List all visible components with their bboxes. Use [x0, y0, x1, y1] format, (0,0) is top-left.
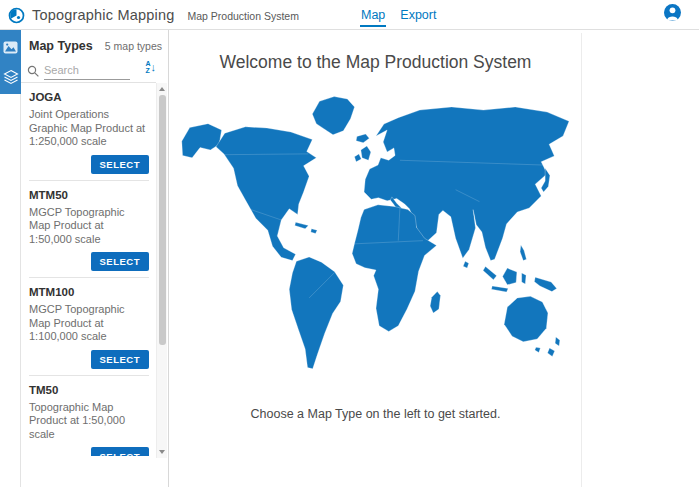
map-type-list[interactable]: JOGA Joint Operations Graphic Map Produc…	[21, 83, 155, 456]
new-zealand-north	[555, 337, 560, 346]
australia	[504, 296, 548, 341]
map-type-name: MTM50	[29, 181, 149, 201]
borneo	[502, 268, 516, 285]
ireland	[354, 154, 361, 162]
sort-arrow: ↓	[151, 62, 157, 73]
panel-header: Map Types 5 map types	[29, 39, 162, 53]
app-window: Topographic Mapping Map Production Syste…	[0, 0, 699, 487]
scroll-down-arrow-icon[interactable]	[157, 447, 167, 457]
instruction-text: Choose a Map Type on the left to get sta…	[170, 407, 581, 421]
welcome-title: Welcome to the Map Production System	[170, 52, 581, 73]
select-map-type-button[interactable]: SELECT	[91, 155, 149, 174]
main-panel: Welcome to the Map Production System	[170, 30, 699, 487]
iceland	[356, 134, 369, 143]
map-type-description: Topographic Map Product at 1:50,000 scal…	[29, 401, 149, 442]
hispaniola	[310, 229, 316, 234]
alaska	[181, 124, 221, 158]
new-guinea	[534, 277, 556, 291]
tasmania	[534, 347, 540, 352]
map-type-name: TM50	[29, 376, 149, 396]
scroll-up-arrow-icon[interactable]	[157, 84, 167, 94]
south-america	[289, 257, 343, 369]
map-type-list-item: TM50 Topographic Map Product at 1:50,000…	[21, 376, 155, 457]
tab-export[interactable]: Export	[399, 3, 437, 27]
greenland	[312, 97, 354, 135]
map-type-name: JOGA	[29, 83, 149, 103]
map-type-list-item: MTM50 MGCP Topographic Map Product at 1:…	[21, 181, 155, 279]
united-kingdom	[360, 146, 370, 160]
search-input[interactable]	[44, 62, 130, 80]
java	[491, 286, 508, 292]
app-header: Topographic Mapping Map Production Syste…	[0, 0, 699, 30]
tab-map[interactable]: Map	[360, 3, 386, 27]
map-type-name: MTM100	[29, 278, 149, 298]
map-type-description: MGCP Topographic Map Product at 1:100,00…	[29, 303, 149, 344]
select-map-type-button[interactable]: SELECT	[91, 252, 149, 271]
map-widget-icon[interactable]	[0, 33, 21, 61]
map-type-count: 5 map types	[105, 40, 162, 52]
select-map-type-button[interactable]: SELECT	[91, 447, 149, 456]
select-map-type-button[interactable]: SELECT	[91, 350, 149, 369]
brand: Topographic Mapping Map Production Syste…	[8, 0, 299, 30]
sort-az-icon[interactable]: A Z ↓	[145, 60, 156, 74]
map-type-description: Joint Operations Graphic Map Product at …	[29, 108, 149, 149]
cuba	[294, 222, 308, 228]
search-row	[27, 61, 139, 81]
sri-lanka	[463, 261, 469, 268]
world-map	[177, 90, 575, 377]
new-zealand-south	[547, 348, 554, 356]
app-subtitle: Map Production System	[187, 8, 298, 22]
main-panel-divider	[581, 33, 582, 487]
app-title: Topographic Mapping	[32, 7, 174, 23]
panel-title: Map Types	[29, 39, 93, 53]
north-america	[216, 127, 316, 261]
globe-logo-icon	[8, 7, 25, 24]
sulawesi	[521, 273, 525, 284]
scrollbar-thumb[interactable]	[159, 95, 166, 345]
welcome-area: Welcome to the Map Production System	[170, 30, 581, 487]
sumatra	[483, 267, 497, 280]
layers-icon[interactable]	[0, 63, 21, 91]
map-types-panel: Map Types 5 map types A Z ↓ JOGA Joint O…	[21, 30, 169, 487]
map-type-description: MGCP Topographic Map Product at 1:50,000…	[29, 206, 149, 247]
map-type-list-item: JOGA Joint Operations Graphic Map Produc…	[21, 83, 155, 181]
account-icon[interactable]	[664, 4, 681, 21]
search-icon	[27, 65, 40, 78]
widget-strip	[0, 30, 21, 487]
philippines	[520, 245, 526, 261]
sidebar-scrollbar[interactable]	[156, 83, 167, 458]
map-type-list-item: MTM100 MGCP Topographic Map Product at 1…	[21, 278, 155, 376]
madagascar	[430, 292, 440, 313]
header-tabs: Map Export	[360, 0, 437, 30]
